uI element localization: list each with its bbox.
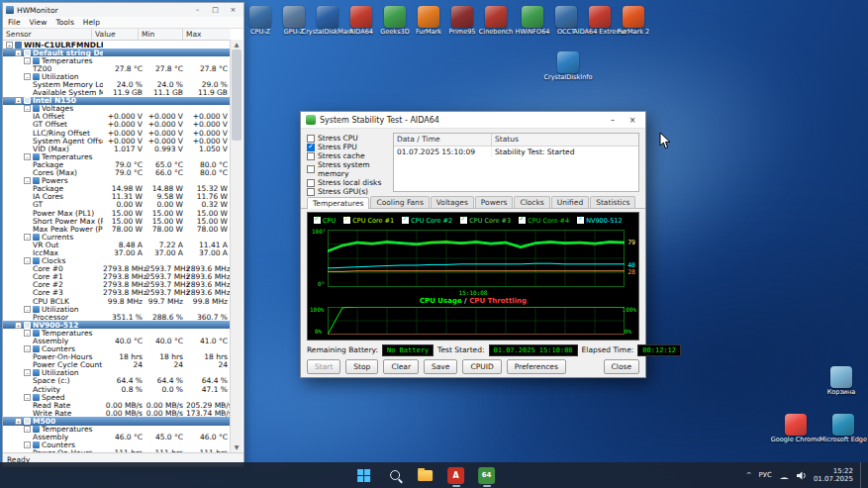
checkbox-stress-system-memory[interactable]: Stress system memory [307,160,388,178]
minimize-icon[interactable]: – [190,4,205,16]
computer-icon [15,42,22,49]
tree-expand-icon[interactable]: - [24,369,31,376]
tree-expand-icon[interactable]: - [24,345,31,352]
tree-expand-icon[interactable]: - [24,306,31,313]
column-header-min[interactable]: Min [139,29,183,40]
desktop-icon[interactable]: Корзина [814,366,868,396]
desktop-icon[interactable]: Microsoft Edge [816,414,868,443]
search-button[interactable] [383,463,407,487]
tree-expand-icon[interactable]: - [24,153,31,160]
hwmonitor-titlebar[interactable]: HWMonitor – □ × [3,3,243,17]
log-column-header[interactable]: Data / Time [394,134,492,146]
close-icon[interactable]: × [625,116,640,125]
hwmonitor-scrollbar[interactable]: ▲ ▼ [230,40,242,452]
legend-checkbox-icon[interactable]: ✓ [343,217,350,224]
value-cell: 24 [103,360,145,369]
tree-expand-icon[interactable]: - [24,57,31,64]
menu-item-file[interactable]: File [8,18,21,27]
column-header-value[interactable]: Value [92,29,139,40]
checkbox-icon[interactable] [307,152,315,160]
maximize-icon[interactable]: □ [208,4,223,16]
aida64-titlebar[interactable]: System Stability Test - AIDA64 – × [301,112,645,129]
checkbox-icon[interactable] [307,135,315,143]
close-button[interactable]: Close [604,359,639,374]
legend-checkbox-icon[interactable]: ✓ [519,217,526,224]
tray-expand-icon[interactable]: ^ [746,471,752,479]
checkbox-stress-cpu[interactable]: Stress CPU [307,134,388,143]
checkbox-stress-cache[interactable]: Stress cache [307,151,388,160]
checkbox-icon[interactable] [307,188,315,196]
checkbox-icon[interactable] [307,179,315,187]
tree-expand-icon[interactable]: - [24,177,31,184]
menu-item-tools[interactable]: Tools [55,18,73,27]
checkbox-label: Stress system memory [318,160,388,178]
legend-item[interactable]: ✓CPU Core #4 [519,217,569,225]
tab-cooling-fans[interactable]: Cooling Fans [370,196,429,208]
tree-expand-icon[interactable]: - [6,42,13,49]
hwmonitor-taskbar-icon[interactable]: 64 [475,463,499,487]
tree-expand-icon[interactable]: - [24,426,31,433]
tab-clocks[interactable]: Clocks [514,196,549,208]
checkbox-icon[interactable] [307,144,315,151]
legend-item[interactable]: ✓CPU Core #2 [402,217,452,225]
network-icon[interactable] [779,471,790,480]
tab-unified[interactable]: Unified [551,196,589,208]
scrollbar-track[interactable] [231,141,242,442]
log-row[interactable]: 01.07.2025 15:10:09Stability Test: Start… [394,146,638,157]
legend-item[interactable]: ✓CPU Core #3 [460,217,511,225]
legend-checkbox-icon[interactable]: ✓ [314,217,321,224]
column-header-max[interactable]: Max [183,29,231,40]
volume-icon[interactable] [797,471,807,480]
clear-button[interactable]: Clear [383,359,419,374]
tree-expand-icon[interactable]: - [24,73,31,80]
file-explorer-button[interactable] [414,463,437,487]
info-label: Remaining Battery: [307,345,378,354]
tree-expand-icon[interactable]: - [15,418,22,425]
log-column-header[interactable]: Status [492,134,638,146]
language-indicator[interactable]: РУС [759,471,772,479]
stop-button[interactable]: Stop [345,359,378,374]
start-button[interactable]: Start [307,359,340,374]
menu-item-help[interactable]: Help [83,18,100,27]
tab-voltages[interactable]: Voltages [431,196,474,208]
clock[interactable]: 15:22 01.07.2025 [814,467,853,483]
aida64-taskbar-icon[interactable]: A [444,463,468,487]
save-button[interactable]: Save [424,359,457,374]
checkbox-icon[interactable] [307,165,315,173]
cpuid-button[interactable]: CPUID [462,359,501,374]
legend-label: CPU [323,217,336,225]
minimize-icon[interactable]: – [605,116,621,125]
tree-expand-icon[interactable]: - [24,257,31,264]
legend-checkbox-icon[interactable]: ✓ [402,217,409,224]
tree-expand-icon[interactable]: - [24,234,31,241]
legend-checkbox-icon[interactable]: ✓ [577,217,584,224]
desktop-icon[interactable]: CrystalDiskInfo [540,51,596,81]
tree-expand-icon[interactable]: - [15,97,22,104]
show-desktop-button[interactable] [860,462,864,488]
desktop-icon[interactable]: FurMark 2 [606,6,661,36]
start-button[interactable] [352,463,376,487]
preferences-button[interactable]: Preferences [507,359,566,374]
tab-temperatures[interactable]: Temperatures [307,197,369,209]
legend-checkbox-icon[interactable]: ✓ [460,217,467,224]
tree-expand-icon[interactable]: - [24,441,31,448]
legend-item[interactable]: ✓CPU Core #1 [343,217,394,225]
tree-expand-icon[interactable]: - [24,105,31,112]
menu-item-view[interactable]: View [30,18,48,27]
tree-expand-icon[interactable]: - [15,49,22,56]
checkbox-stress-gpu-s-[interactable]: Stress GPU(s) [307,187,388,196]
checkbox-stress-local-disks[interactable]: Stress local disks [307,178,388,187]
scroll-up-icon[interactable]: ▲ [231,40,242,49]
tree-expand-icon[interactable]: - [24,394,31,401]
tree-expand-icon[interactable]: - [24,330,31,337]
tab-powers[interactable]: Powers [475,196,514,208]
scrollbar-thumb[interactable] [232,49,241,141]
checkbox-stress-fpu[interactable]: Stress FPU [307,143,388,151]
close-icon[interactable]: × [226,4,241,16]
scroll-down-icon[interactable]: ▼ [231,442,242,452]
legend-item[interactable]: ✓NV900-512 [577,217,622,225]
legend-item[interactable]: ✓CPU [314,217,336,225]
tab-statistics[interactable]: Statistics [590,196,635,208]
tree-expand-icon[interactable]: - [15,322,22,329]
column-header-sensor[interactable]: Sensor [3,29,92,40]
